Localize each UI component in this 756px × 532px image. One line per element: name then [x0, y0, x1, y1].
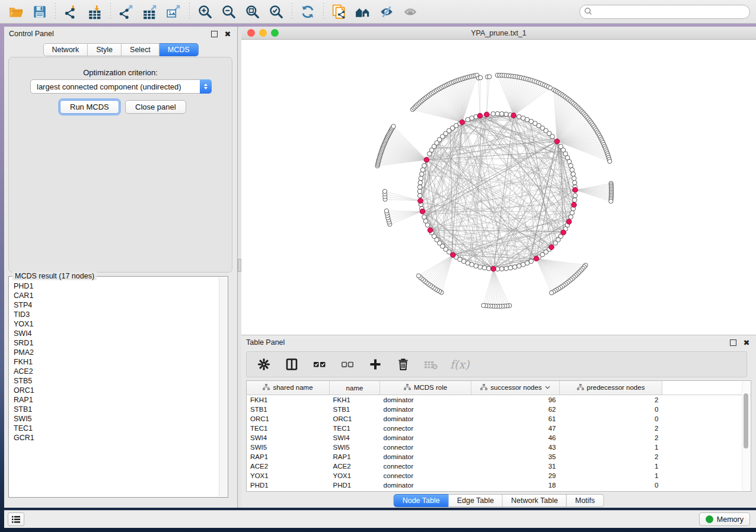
graph-leaf-node[interactable]: [382, 189, 387, 193]
deselect-all-button[interactable]: [339, 354, 356, 374]
network-canvas[interactable]: [241, 40, 756, 335]
graph-hub-node[interactable]: [484, 112, 490, 117]
table-row[interactable]: YOX1YOX1connector291: [247, 471, 751, 480]
mcds-node-item[interactable]: STP4: [14, 300, 218, 310]
table-row[interactable]: TEC1TEC1connector472: [247, 424, 751, 433]
mcds-node-item[interactable]: SWI4: [14, 329, 218, 338]
mcds-node-item[interactable]: TID3: [14, 310, 218, 319]
graph-leaf-node[interactable]: [391, 124, 395, 129]
graph-node[interactable]: [572, 181, 577, 185]
graph-node[interactable]: [474, 264, 479, 268]
zoom-fit-button[interactable]: [243, 2, 263, 21]
new-network-from-selection-button[interactable]: [329, 2, 349, 21]
close-panel-button-mcds[interactable]: Close panel: [125, 100, 186, 114]
show-panels-list-button[interactable]: [8, 512, 24, 526]
table-scrollbar-thumb[interactable]: [744, 393, 748, 448]
graph-node[interactable]: [417, 194, 422, 198]
memory-button[interactable]: Memory: [699, 512, 750, 526]
table-tab-motifs[interactable]: Motifs: [567, 494, 604, 507]
tab-style[interactable]: Style: [88, 43, 122, 56]
mcds-node-item[interactable]: SRD1: [14, 338, 218, 348]
graph-hub-node[interactable]: [491, 267, 496, 272]
graph-hub-node[interactable]: [477, 113, 483, 118]
mcds-result-list[interactable]: PHD1CAR1STP4TID3YOX1SWI4SRD1PMA2FKH1ACE2…: [10, 281, 218, 496]
import-table-button[interactable]: [85, 2, 105, 21]
graph-hub-node[interactable]: [554, 139, 560, 145]
refresh-button[interactable]: [298, 2, 318, 21]
network-window-titlebar[interactable]: YPA_prune.txt_1: [241, 27, 756, 40]
graph-node[interactable]: [420, 172, 425, 177]
column-header-successor-nodes[interactable]: successor nodes: [471, 381, 560, 395]
graph-hub-node[interactable]: [428, 227, 433, 233]
graph-node[interactable]: [422, 164, 427, 168]
graph-hub-node[interactable]: [534, 256, 539, 261]
criterion-dropdown[interactable]: largest connected component (undirected): [30, 79, 212, 94]
table-row[interactable]: STB1STB1dominator620: [247, 405, 751, 414]
graph-node[interactable]: [482, 265, 487, 270]
table-row[interactable]: ORC1ORC1dominator610: [247, 414, 751, 424]
export-table-button[interactable]: [140, 2, 160, 21]
table-tab-network-table[interactable]: Network Table: [503, 494, 567, 507]
export-image-button[interactable]: [164, 2, 184, 21]
mcds-node-item[interactable]: FKH1: [14, 357, 218, 367]
table-row[interactable]: FKH1FKH1dominator962: [247, 395, 751, 405]
graph-node[interactable]: [569, 164, 573, 168]
mcds-node-item[interactable]: TEC1: [14, 424, 218, 433]
table-row[interactable]: SWI4SWI4dominator462: [247, 433, 751, 443]
graph-hub-node[interactable]: [511, 113, 516, 118]
import-network-button[interactable]: [61, 2, 81, 21]
graph-node[interactable]: [517, 114, 522, 119]
search-input[interactable]: [579, 5, 750, 19]
table-scrollbar[interactable]: [742, 382, 750, 491]
tab-mcds[interactable]: MCDS: [160, 43, 199, 56]
table-row[interactable]: SWI5SWI5connector431: [247, 443, 751, 452]
mcds-node-item[interactable]: ORC1: [14, 386, 218, 395]
mcds-node-item[interactable]: YOX1: [14, 319, 218, 329]
graph-node[interactable]: [420, 168, 425, 172]
minimize-window-icon[interactable]: [259, 29, 267, 37]
close-panel-button[interactable]: ✖: [223, 29, 232, 39]
graph-hub-node[interactable]: [418, 198, 423, 204]
graph-node[interactable]: [419, 176, 423, 181]
show-all-button[interactable]: [400, 2, 420, 21]
graph-node[interactable]: [517, 264, 522, 268]
graph-node[interactable]: [500, 111, 505, 116]
graph-node[interactable]: [500, 267, 505, 271]
graph-node[interactable]: [553, 241, 558, 246]
graph-node[interactable]: [504, 112, 509, 117]
graph-hub-node[interactable]: [573, 187, 578, 193]
graph-leaf-node[interactable]: [481, 303, 486, 307]
graph-node[interactable]: [470, 116, 474, 121]
mcds-node-item[interactable]: STB1: [14, 405, 218, 414]
tab-select[interactable]: Select: [122, 43, 160, 56]
mcds-node-item[interactable]: SWI5: [14, 414, 218, 424]
graph-hub-node[interactable]: [460, 120, 465, 125]
graph-hub-node[interactable]: [420, 209, 425, 214]
mcds-node-item[interactable]: STB5: [14, 376, 218, 386]
graph-node[interactable]: [491, 111, 496, 116]
mcds-node-item[interactable]: PMA2: [14, 348, 218, 357]
table-tab-edge-table[interactable]: Edge Table: [449, 494, 503, 507]
graph-node[interactable]: [422, 215, 427, 220]
close-table-panel-button[interactable]: ✖: [742, 338, 751, 347]
graph-node[interactable]: [512, 265, 517, 270]
graph-leaf-node[interactable]: [608, 159, 612, 164]
mcds-node-item[interactable]: PHD1: [14, 281, 218, 291]
graph-node[interactable]: [570, 211, 575, 216]
mcds-node-item[interactable]: ACE2: [14, 367, 218, 376]
graph-node[interactable]: [417, 185, 422, 190]
open-button[interactable]: [6, 2, 26, 21]
maximize-window-icon[interactable]: [271, 29, 279, 37]
graph-node[interactable]: [572, 198, 577, 203]
graph-hub-node[interactable]: [566, 219, 572, 225]
zoom-in-button[interactable]: [195, 2, 215, 21]
graph-leaf-node[interactable]: [487, 75, 492, 79]
table-row[interactable]: RAP1RAP1dominator352: [247, 452, 751, 462]
add-column-button[interactable]: [366, 354, 384, 374]
graph-node[interactable]: [504, 266, 509, 271]
graph-leaf-node[interactable]: [416, 274, 420, 278]
mcds-node-item[interactable]: GCR1: [14, 433, 218, 443]
hide-selected-button[interactable]: [377, 2, 397, 21]
graph-node[interactable]: [508, 265, 513, 270]
table-tab-node-table[interactable]: Node Table: [394, 494, 449, 507]
